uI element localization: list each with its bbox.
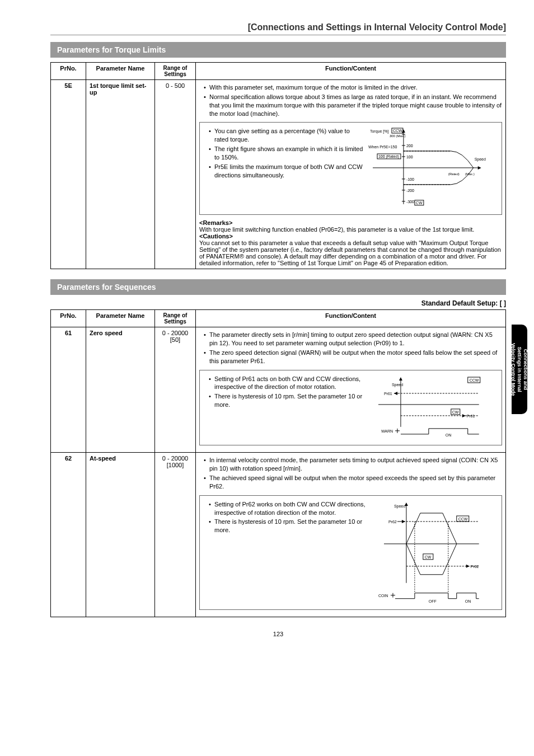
at-speed-chart: Speed Pr62 Pr62 CCW CW xyxy=(367,499,490,605)
bullet: There is hysteresis of 10 rpm. Set the p… xyxy=(209,392,366,409)
table-row: 61 Zero speed 0 - 20000 [50] The paramet… xyxy=(51,327,506,453)
prno-61: 61 xyxy=(51,327,86,453)
prno-62: 62 xyxy=(51,453,86,617)
col-prno: PrNo. xyxy=(51,63,86,80)
col-func: Function/Content xyxy=(196,63,506,80)
svg-marker-56 xyxy=(402,520,405,523)
bullet: There is hysteresis of 10 rpm. Set the p… xyxy=(209,518,366,534)
bullet: With this parameter set, maximum torque … xyxy=(204,83,502,92)
cautions-label: <Cautions> xyxy=(199,233,502,240)
svg-text:100 (Rated): 100 (Rated) xyxy=(378,154,399,159)
func-61: The parameter directly sets in [r/min] t… xyxy=(196,327,506,453)
bullet: The right figure shows an example in whi… xyxy=(209,145,366,162)
range-62: 0 - 20000 [1000] xyxy=(155,453,196,617)
col-range: Range of Settings xyxy=(155,63,196,80)
at-speed-inner-box: Setting of Pr62 works on both CW and CCW… xyxy=(199,495,502,611)
bullet: The achieved speed signal will be output… xyxy=(204,474,502,491)
table-header-row: PrNo. Parameter Name Range of Settings F… xyxy=(51,310,506,327)
torque-table: PrNo. Parameter Name Range of Settings F… xyxy=(50,62,506,269)
col-range: Range of Settings xyxy=(155,310,196,327)
col-func: Function/Content xyxy=(196,310,506,327)
zero-speed-inner-box: Setting of Pr61 acts on both CW and CCW … xyxy=(199,370,502,446)
section-header-seq: Parameters for Sequences xyxy=(50,279,506,295)
svg-text:(Max.): (Max.) xyxy=(465,172,474,176)
torque-chart: 100 200 -100 -200 -300 xyxy=(367,126,490,210)
svg-text:Speed: Speed xyxy=(474,157,485,162)
svg-text:Torque [%]: Torque [%] xyxy=(370,129,388,134)
remarks-label: <Remarks> xyxy=(199,219,502,226)
bullet: You can give setting as a percentage (%)… xyxy=(209,127,366,144)
pname-62: At-speed xyxy=(86,453,155,617)
svg-text:Pr61: Pr61 xyxy=(384,391,392,395)
svg-text:ON: ON xyxy=(445,433,451,436)
title-divider xyxy=(50,35,506,35)
bullet: The parameter directly sets in [r/min] t… xyxy=(204,331,502,348)
svg-text:WARN: WARN xyxy=(381,429,393,433)
col-pname: Parameter Name xyxy=(86,63,155,80)
svg-text:-200: -200 xyxy=(406,189,414,192)
page-number: 123 xyxy=(50,631,506,637)
svg-text:Speed: Speed xyxy=(392,382,403,387)
bullet: Normal specification allows torque about… xyxy=(204,93,502,118)
col-prno: PrNo. xyxy=(51,310,86,327)
svg-marker-58 xyxy=(466,565,469,568)
svg-text:(Rated): (Rated) xyxy=(448,172,459,176)
table-row: 62 At-speed 0 - 20000 [1000] In internal… xyxy=(51,453,506,617)
svg-text:CCW: CCW xyxy=(458,517,467,521)
page-title: [Connections and Settings in Internal Ve… xyxy=(50,22,506,32)
side-tab: Connections and Settings in Internal Vel… xyxy=(512,325,527,414)
bullet: The zero speed detection signal (WARN) w… xyxy=(204,349,502,365)
zero-speed-chart: CCW Speed Pr61 CW Pr61 WARN xyxy=(367,374,490,441)
svg-text:CW: CW xyxy=(452,410,458,414)
remarks-text: With torque limit switching function ena… xyxy=(199,226,502,233)
svg-marker-43 xyxy=(462,414,465,417)
svg-text:ON: ON xyxy=(465,599,470,603)
side-tab-line2: Settings in Internal xyxy=(517,346,522,392)
bullet: Setting of Pr62 works on both CW and CCW… xyxy=(209,500,366,517)
svg-text:CCW: CCW xyxy=(393,129,402,133)
svg-marker-31 xyxy=(399,377,402,381)
svg-marker-2 xyxy=(402,129,405,133)
svg-text:Pr62: Pr62 xyxy=(470,565,479,569)
svg-text:CCW: CCW xyxy=(469,378,479,382)
svg-text:200: 200 xyxy=(406,144,413,148)
side-tab-line1: Connections and xyxy=(523,349,528,389)
svg-text:CW: CW xyxy=(416,201,423,205)
bullet: In internal velocity control mode, the p… xyxy=(204,456,502,473)
table-row: 5E 1st torque limit set-up 0 - 500 With … xyxy=(51,80,506,269)
svg-text:CW: CW xyxy=(425,555,432,559)
svg-text:300 (Max.): 300 (Max.) xyxy=(390,134,406,138)
svg-text:100: 100 xyxy=(406,155,413,159)
prno-5e: 5E xyxy=(51,80,86,269)
svg-text:-100: -100 xyxy=(406,177,414,181)
svg-text:When Pr5E=150: When Pr5E=150 xyxy=(368,145,397,149)
side-tab-line3: Velocity Control Mode xyxy=(511,343,517,396)
section-header-torque: Parameters for Torque Limits xyxy=(50,42,506,58)
svg-text:Pr62: Pr62 xyxy=(388,520,397,524)
table-header-row: PrNo. Parameter Name Range of Settings F… xyxy=(51,63,506,80)
col-pname: Parameter Name xyxy=(86,310,155,327)
range-61: 0 - 20000 [50] xyxy=(155,327,196,453)
svg-text:Pr61: Pr61 xyxy=(466,414,475,417)
default-setup-label: Standard Default Setup: [ ] xyxy=(50,299,506,307)
pname-61: Zero speed xyxy=(86,327,155,453)
seq-table: PrNo. Parameter Name Range of Settings F… xyxy=(50,309,506,617)
pname-5e: 1st torque limit set-up xyxy=(86,80,155,269)
torque-inner-box: You can give setting as a percentage (%)… xyxy=(199,122,502,215)
svg-marker-3 xyxy=(477,166,481,170)
range-5e: 0 - 500 xyxy=(155,80,196,269)
svg-text:Speed: Speed xyxy=(394,504,405,509)
cautions-text: You cannot set to this parameter a value… xyxy=(199,240,502,266)
bullet: Setting of Pr61 acts on both CW and CCW … xyxy=(209,375,366,392)
svg-text:COIN: COIN xyxy=(378,593,388,597)
func-62: In internal velocity control mode, the p… xyxy=(196,453,506,617)
svg-text:-300: -300 xyxy=(406,200,414,204)
bullet: Pr5E limits the maximum torque of both C… xyxy=(209,163,366,180)
svg-text:OFF: OFF xyxy=(429,599,437,603)
func-5e: With this parameter set, maximum torque … xyxy=(196,80,506,269)
